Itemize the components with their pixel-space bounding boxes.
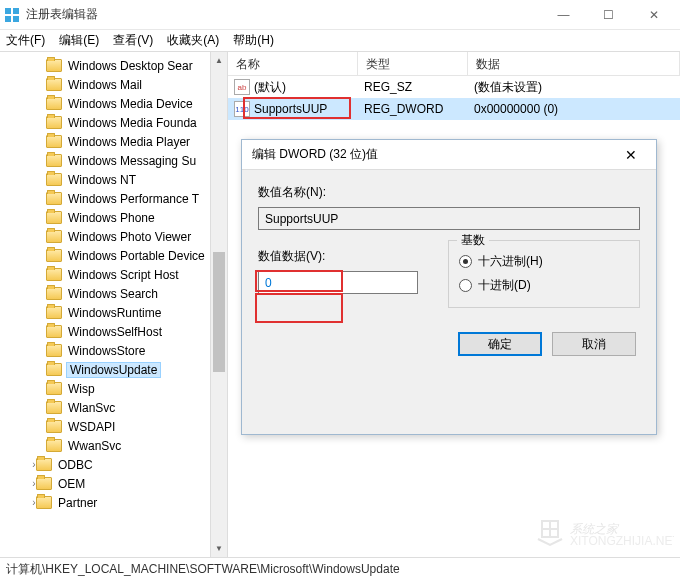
tree-item[interactable]: ›Windows Phone bbox=[0, 208, 227, 227]
folder-icon bbox=[46, 325, 62, 338]
tree-item[interactable]: ›Windows Messaging Su bbox=[0, 151, 227, 170]
value-name-label: 数值名称(N): bbox=[258, 184, 640, 201]
folder-icon bbox=[46, 211, 62, 224]
tree-item-label: WindowsRuntime bbox=[66, 306, 163, 320]
tree-item-label: Windows Photo Viewer bbox=[66, 230, 193, 244]
tree-panel: ›Windows Desktop SearWindows Mail›Window… bbox=[0, 52, 228, 557]
tree-item-label: Windows Performance T bbox=[66, 192, 201, 206]
menu-view[interactable]: 查看(V) bbox=[113, 32, 153, 49]
radio-dot-icon bbox=[459, 279, 472, 292]
tree-item[interactable]: ›Wisp bbox=[0, 379, 227, 398]
value-data-input[interactable] bbox=[258, 271, 418, 294]
folder-icon bbox=[36, 496, 52, 509]
tree-item-label: WindowsUpdate bbox=[66, 362, 161, 378]
folder-icon bbox=[46, 401, 62, 414]
tree-item[interactable]: ›Windows Media Founda bbox=[0, 113, 227, 132]
folder-icon bbox=[46, 135, 62, 148]
tree-item[interactable]: ›Windows Desktop Sear bbox=[0, 56, 227, 75]
scroll-thumb[interactable] bbox=[213, 252, 225, 372]
svg-rect-0 bbox=[5, 8, 11, 14]
tree-item[interactable]: ›Windows Media Device bbox=[0, 94, 227, 113]
tree-scrollbar[interactable]: ▲ ▼ bbox=[210, 52, 227, 557]
window-title: 注册表编辑器 bbox=[26, 6, 541, 23]
value-name-input[interactable] bbox=[258, 207, 640, 230]
svg-rect-2 bbox=[5, 16, 11, 22]
folder-icon bbox=[46, 116, 62, 129]
svg-text:XITONGZHIJIA.NET: XITONGZHIJIA.NET bbox=[570, 534, 674, 548]
tree-item[interactable]: ›Windows Portable Device bbox=[0, 246, 227, 265]
tree-item[interactable]: Windows Performance T bbox=[0, 189, 227, 208]
folder-icon bbox=[46, 192, 62, 205]
folder-icon bbox=[46, 59, 62, 72]
tree-item-label: Windows Media Founda bbox=[66, 116, 199, 130]
folder-icon bbox=[46, 382, 62, 395]
column-data[interactable]: 数据 bbox=[468, 52, 680, 75]
tree-item-label: WlanSvc bbox=[66, 401, 117, 415]
tree-item[interactable]: ›OEM bbox=[0, 474, 227, 493]
tree-item-label: Windows Portable Device bbox=[66, 249, 207, 263]
tree-item[interactable]: Windows Mail bbox=[0, 75, 227, 94]
close-button[interactable]: ✕ bbox=[631, 1, 676, 29]
tree-item[interactable]: ›WindowsStore bbox=[0, 341, 227, 360]
tree-item[interactable]: ›Windows Media Player bbox=[0, 132, 227, 151]
tree-item[interactable]: ›Windows Search bbox=[0, 284, 227, 303]
menu-help[interactable]: 帮助(H) bbox=[233, 32, 274, 49]
folder-icon bbox=[46, 78, 62, 91]
value-data: (数值未设置) bbox=[468, 79, 680, 96]
tree-item[interactable]: ›WindowsRuntime bbox=[0, 303, 227, 322]
folder-icon bbox=[36, 477, 52, 490]
value-data: 0x00000000 (0) bbox=[468, 102, 680, 116]
scroll-up-icon[interactable]: ▲ bbox=[211, 52, 227, 69]
tree-item-label: Partner bbox=[56, 496, 99, 510]
list-row[interactable]: 110SupportsUUPREG_DWORD0x00000000 (0) bbox=[228, 98, 680, 120]
menu-file[interactable]: 文件(F) bbox=[6, 32, 45, 49]
tree-item[interactable]: ›Windows NT bbox=[0, 170, 227, 189]
ok-button[interactable]: 确定 bbox=[458, 332, 542, 356]
tree-item[interactable]: ›WlanSvc bbox=[0, 398, 227, 417]
scroll-down-icon[interactable]: ▼ bbox=[211, 540, 227, 557]
watermark: 系统之家 XITONGZHIJIA.NET bbox=[534, 509, 674, 549]
dialog-titlebar: 编辑 DWORD (32 位)值 ✕ bbox=[242, 140, 656, 170]
tree-item-label: WindowsStore bbox=[66, 344, 147, 358]
tree-item[interactable]: ›WSDAPI bbox=[0, 417, 227, 436]
folder-icon bbox=[36, 458, 52, 471]
radix-legend: 基数 bbox=[457, 232, 489, 249]
app-icon bbox=[4, 7, 20, 23]
tree-item-label: Windows NT bbox=[66, 173, 138, 187]
folder-icon bbox=[46, 344, 62, 357]
value-name: (默认) bbox=[254, 79, 286, 96]
folder-icon bbox=[46, 154, 62, 167]
svg-rect-1 bbox=[13, 8, 19, 14]
column-name[interactable]: 名称 bbox=[228, 52, 358, 75]
cancel-button[interactable]: 取消 bbox=[552, 332, 636, 356]
tree-item[interactable]: ›WindowsSelfHost bbox=[0, 322, 227, 341]
folder-icon bbox=[46, 287, 62, 300]
radio-dec[interactable]: 十进制(D) bbox=[459, 273, 629, 297]
column-type[interactable]: 类型 bbox=[358, 52, 468, 75]
tree-item[interactable]: ›Windows Script Host bbox=[0, 265, 227, 284]
folder-icon bbox=[46, 363, 62, 376]
maximize-button[interactable]: ☐ bbox=[586, 1, 631, 29]
edit-dword-dialog: 编辑 DWORD (32 位)值 ✕ 数值名称(N): 数值数据(V): 基数 … bbox=[241, 139, 657, 435]
menu-favorites[interactable]: 收藏夹(A) bbox=[167, 32, 219, 49]
tree-item-label: WSDAPI bbox=[66, 420, 117, 434]
radio-hex[interactable]: 十六进制(H) bbox=[459, 249, 629, 273]
tree-item[interactable]: ›Windows Photo Viewer bbox=[0, 227, 227, 246]
tree-item[interactable]: ›Partner bbox=[0, 493, 227, 512]
value-type-icon: 110 bbox=[234, 101, 250, 117]
minimize-button[interactable]: — bbox=[541, 1, 586, 29]
dialog-close-button[interactable]: ✕ bbox=[616, 147, 646, 163]
tree-item[interactable]: ›ODBC bbox=[0, 455, 227, 474]
folder-icon bbox=[46, 420, 62, 433]
menu-edit[interactable]: 编辑(E) bbox=[59, 32, 99, 49]
menubar: 文件(F) 编辑(E) 查看(V) 收藏夹(A) 帮助(H) bbox=[0, 30, 680, 52]
value-type: REG_SZ bbox=[358, 80, 468, 94]
tree-item[interactable]: ›WindowsUpdate bbox=[0, 360, 227, 379]
value-type-icon: ab bbox=[234, 79, 250, 95]
tree-item-label: Windows Script Host bbox=[66, 268, 181, 282]
tree-item[interactable]: ›WwanSvc bbox=[0, 436, 227, 455]
tree-item-label: WwanSvc bbox=[66, 439, 123, 453]
tree-item-label: Windows Phone bbox=[66, 211, 157, 225]
list-row[interactable]: ab(默认)REG_SZ(数值未设置) bbox=[228, 76, 680, 98]
svg-rect-3 bbox=[13, 16, 19, 22]
